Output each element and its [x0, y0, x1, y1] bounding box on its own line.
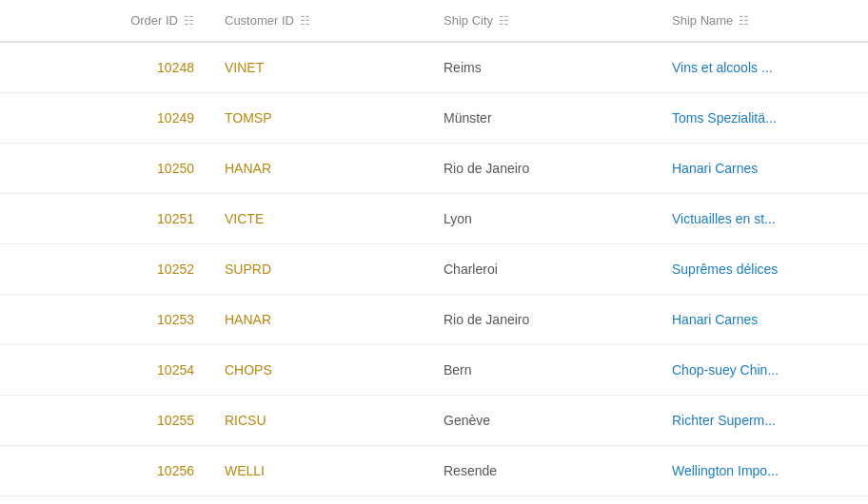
cell-order-id: 10254: [0, 345, 209, 396]
customer-id-label: Customer ID: [225, 13, 294, 28]
cell-order-id: 10249: [0, 93, 209, 144]
cell-ship-city: Rio de Janeiro: [428, 295, 657, 345]
order-id-filter-icon[interactable]: ☷: [184, 14, 194, 28]
cell-ship-name: Wellington Impo...: [657, 446, 868, 496]
cell-ship-city: Reims: [428, 42, 657, 93]
cell-customer-id: WELLI: [209, 446, 428, 496]
ship-name-label: Ship Name: [672, 13, 733, 28]
customer-id-filter-icon[interactable]: ☷: [300, 14, 310, 28]
cell-order-id: 10256: [0, 446, 209, 496]
cell-order-id: 10250: [0, 144, 209, 194]
cell-customer-id: CHOPS: [209, 345, 428, 396]
cell-ship-name: Chop-suey Chin...: [657, 345, 868, 396]
cell-customer-id: HANAR: [209, 295, 428, 345]
cell-ship-city: Resende: [428, 446, 657, 496]
table-row: 10253 HANAR Rio de Janeiro Hanari Carnes: [0, 295, 868, 345]
cell-ship-name: Richter Superm...: [657, 396, 868, 446]
cell-ship-city: Rio de Janeiro: [428, 144, 657, 194]
cell-order-id: 10253: [0, 295, 209, 345]
order-id-label: Order ID: [130, 13, 178, 28]
cell-customer-id: SUPRD: [209, 244, 428, 295]
cell-ship-city: Genève: [428, 396, 657, 446]
table-row: 10254 CHOPS Bern Chop-suey Chin...: [0, 345, 868, 396]
col-header-order-id: Order ID ☷: [0, 0, 209, 42]
cell-ship-name: Toms Spezialitä...: [657, 93, 868, 144]
table-row: 10255 RICSU Genève Richter Superm...: [0, 396, 868, 446]
cell-order-id: 10248: [0, 42, 209, 93]
cell-order-id: 10251: [0, 194, 209, 244]
cell-ship-name: Vins et alcools ...: [657, 42, 868, 93]
ship-city-label: Ship City: [444, 13, 493, 28]
col-header-customer-id: Customer ID ☷: [209, 0, 428, 42]
table-row: 10249 TOMSP Münster Toms Spezialitä...: [0, 93, 868, 144]
cell-customer-id: TOMSP: [209, 93, 428, 144]
cell-order-id: 10252: [0, 244, 209, 295]
data-table: Order ID ☷ Customer ID ☷ Ship City ☷: [0, 0, 868, 504]
table-header-row: Order ID ☷ Customer ID ☷ Ship City ☷: [0, 0, 868, 42]
cell-ship-name: Hanari Carnes: [657, 144, 868, 194]
cell-customer-id: VICTE: [209, 194, 428, 244]
cell-ship-city: Lyon: [428, 194, 657, 244]
cell-order-id: 10255: [0, 396, 209, 446]
ship-city-filter-icon[interactable]: ☷: [499, 14, 509, 28]
cell-customer-id: HANAR: [209, 144, 428, 194]
col-header-ship-name: Ship Name ☷: [657, 0, 868, 42]
table-row: 10250 HANAR Rio de Janeiro Hanari Carnes: [0, 144, 868, 194]
ship-name-filter-icon[interactable]: ☷: [739, 14, 749, 28]
cell-customer-id: RICSU: [209, 396, 428, 446]
orders-table: Order ID ☷ Customer ID ☷ Ship City ☷: [0, 0, 868, 496]
table-row: 10248 VINET Reims Vins et alcools ...: [0, 42, 868, 93]
table-row: 10252 SUPRD Charleroi Suprêmes délices: [0, 244, 868, 295]
cell-ship-city: Münster: [428, 93, 657, 144]
cell-ship-name: Hanari Carnes: [657, 295, 868, 345]
col-header-ship-city: Ship City ☷: [428, 0, 657, 42]
cell-ship-name: Suprêmes délices: [657, 244, 868, 295]
cell-ship-name: Victuailles en st...: [657, 194, 868, 244]
cell-customer-id: VINET: [209, 42, 428, 93]
table-row: 10256 WELLI Resende Wellington Impo...: [0, 446, 868, 496]
table-row: 10251 VICTE Lyon Victuailles en st...: [0, 194, 868, 244]
cell-ship-city: Charleroi: [428, 244, 657, 295]
cell-ship-city: Bern: [428, 345, 657, 396]
